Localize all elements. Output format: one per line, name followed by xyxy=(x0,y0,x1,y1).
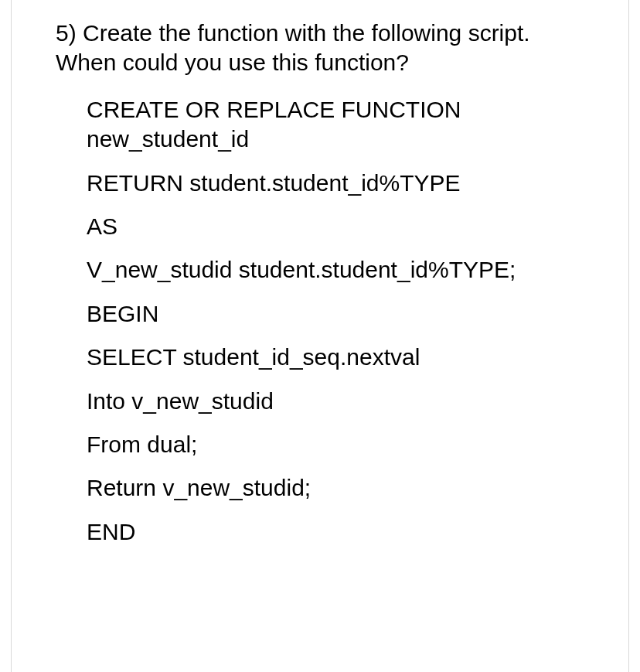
code-line: V_new_studid student.student_id%TYPE; xyxy=(87,255,594,285)
code-line: BEGIN xyxy=(87,299,594,329)
code-line: END xyxy=(87,517,594,547)
code-line: CREATE OR REPLACE FUNCTION new_student_i… xyxy=(87,95,594,155)
code-line: RETURN student.student_id%TYPE xyxy=(87,169,594,198)
code-line: From dual; xyxy=(87,430,594,459)
code-line: SELECT student_id_seq.nextval xyxy=(87,343,594,372)
question-text: 5) Create the function with the followin… xyxy=(56,19,594,78)
code-line: AS xyxy=(87,212,594,241)
code-line: Return v_new_studid; xyxy=(87,473,594,503)
code-line: Into v_new_studid xyxy=(87,387,594,416)
code-block: CREATE OR REPLACE FUNCTION new_student_i… xyxy=(56,95,594,547)
